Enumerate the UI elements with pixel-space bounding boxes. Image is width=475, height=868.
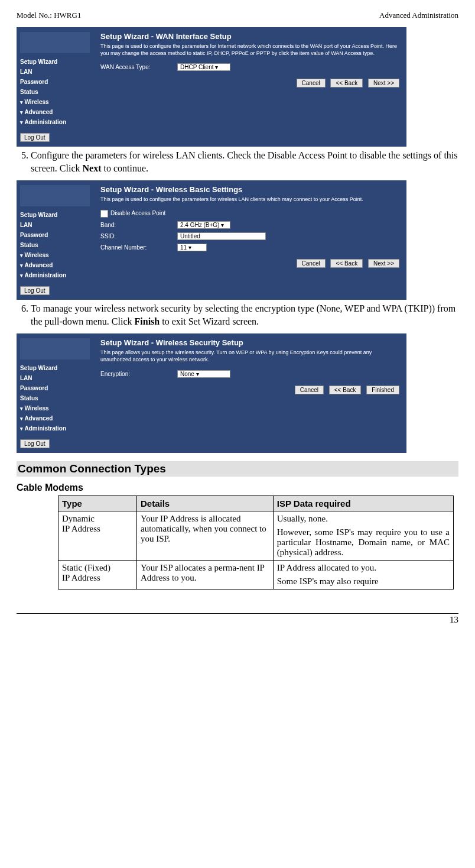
band-select[interactable]: 2.4 GHz (B+G) ▾ (177, 221, 230, 229)
wizard-panel: Setup Wizard - Wireless Basic Settings T… (93, 180, 406, 300)
cell-isp-line2: However, some ISP's may require you to u… (277, 527, 450, 558)
table-row: Static (Fixed) IP Address Your ISP alloc… (58, 561, 454, 590)
sidebar-item-setup-wizard[interactable]: Setup Wizard (20, 363, 90, 373)
disable-ap-row: Disable Access Point (100, 208, 399, 219)
table-row: Dynamic IP Address Your IP Address is al… (58, 511, 454, 561)
cancel-button[interactable]: Cancel (297, 259, 326, 268)
cell-type: Static (Fixed) IP Address (58, 561, 137, 590)
wan-access-type-row: WAN Access Type: DHCP Client ▾ (100, 61, 399, 73)
wizard-description: This page is used to configure the param… (100, 196, 399, 208)
logo-placeholder (20, 185, 90, 206)
sidebar-item-password[interactable]: Password (20, 383, 90, 393)
sidebar-item-administration[interactable]: Administration (20, 423, 90, 433)
th-isp-data: ISP Data required (273, 496, 453, 511)
disable-ap-checkbox[interactable] (100, 210, 108, 218)
sidebar-item-status[interactable]: Status (20, 240, 90, 250)
screenshot-wireless-basic: Setup Wizard LAN Password Status Wireles… (17, 180, 406, 300)
wizard-buttons: Cancel << Back Next >> (100, 73, 399, 88)
wizard-panel: Setup Wizard - Wireless Security Setup T… (93, 333, 406, 453)
channel-label: Channel Number: (100, 244, 177, 251)
ssid-label: SSID: (100, 233, 177, 239)
sidebar-item-password[interactable]: Password (20, 230, 90, 240)
cell-details: Your ISP allocates a perma-nent IP Addre… (137, 561, 274, 590)
sidebar-item-advanced[interactable]: Advanced (20, 107, 90, 117)
section-heading-common-connection-types: Common Connection Types (17, 461, 458, 477)
step-6-tail: to exit Set Wizard screen. (160, 316, 259, 326)
channel-row: Channel Number: 11 ▾ (100, 242, 399, 253)
band-row: Band: 2.4 GHz (B+G) ▾ (100, 219, 399, 231)
encryption-row: Encryption: None ▾ (100, 368, 399, 380)
sidebar-item-lan[interactable]: LAN (20, 67, 90, 77)
logo-placeholder (20, 338, 90, 359)
step-6-bold: Finish (135, 316, 160, 326)
wan-access-type-select[interactable]: DHCP Client ▾ (177, 63, 230, 71)
cell-isp-line1: IP Address allocated to you. (277, 563, 450, 573)
back-button[interactable]: << Back (330, 79, 363, 88)
channel-select[interactable]: 11 ▾ (177, 244, 207, 251)
sidebar-item-wireless[interactable]: Wireless (20, 97, 90, 107)
sidebar-item-setup-wizard[interactable]: Setup Wizard (20, 57, 90, 67)
sidebar-item-lan[interactable]: LAN (20, 373, 90, 383)
section-name: Advanced Administration (379, 11, 458, 20)
step-5-tail: to continue. (102, 163, 149, 173)
ssid-input[interactable]: Untitled (177, 232, 266, 240)
cell-isp-line1: Usually, none. (277, 514, 450, 524)
page-footer: 13 (17, 613, 458, 625)
step-list-6: To manage your wireless network security… (17, 302, 458, 329)
step-list-5: Configure the parameters for wireless LA… (17, 149, 458, 176)
sidebar-item-password[interactable]: Password (20, 77, 90, 87)
sidebar-item-administration[interactable]: Administration (20, 117, 90, 127)
sidebar-item-advanced[interactable]: Advanced (20, 413, 90, 423)
subheading-cable-modems: Cable Modems (17, 482, 458, 493)
logout-button[interactable]: Log Out (20, 286, 50, 295)
encryption-select[interactable]: None ▾ (177, 370, 230, 378)
page-header: Model No.: HWRG1 Advanced Administration (17, 11, 458, 20)
wizard-title: Setup Wizard - Wireless Basic Settings (100, 185, 399, 196)
sidebar-item-administration[interactable]: Administration (20, 270, 90, 280)
wizard-description: This page allows you setup the wireless … (100, 349, 399, 368)
cell-type: Dynamic IP Address (58, 511, 137, 561)
wizard-panel: Setup Wizard - WAN Interface Setup This … (93, 27, 406, 147)
cell-details: Your IP Address is allocated automatical… (137, 511, 274, 561)
cell-isp: IP Address allocated to you. Some ISP's … (273, 561, 453, 590)
sidebar-item-status[interactable]: Status (20, 87, 90, 97)
back-button[interactable]: << Back (329, 386, 362, 394)
back-button[interactable]: << Back (330, 259, 363, 268)
model-no: Model No.: HWRG1 (17, 11, 81, 20)
sidebar-item-wireless[interactable]: Wireless (20, 250, 90, 260)
logout-button[interactable]: Log Out (20, 133, 50, 142)
next-button[interactable]: Next >> (368, 79, 399, 88)
disable-ap-label: Disable Access Point (110, 210, 165, 216)
sidebar-item-lan[interactable]: LAN (20, 220, 90, 230)
band-label: Band: (100, 222, 177, 228)
page-number: 13 (450, 615, 458, 624)
sidebar: Setup Wizard LAN Password Status Wireles… (17, 333, 93, 453)
wizard-title: Setup Wizard - Wireless Security Setup (100, 338, 399, 349)
step-5-bold: Next (83, 163, 102, 173)
wizard-buttons: Cancel << Back Next >> (100, 253, 399, 268)
sidebar-item-status[interactable]: Status (20, 393, 90, 403)
wizard-buttons: Cancel << Back Finished (100, 380, 399, 394)
step-6-text: To manage your wireless network security… (31, 302, 458, 329)
connection-types-table: Type Details ISP Data required Dynamic I… (58, 495, 454, 590)
cell-isp: Usually, none. However, some ISP's may r… (273, 511, 453, 561)
step-5-text: Configure the parameters for wireless LA… (31, 149, 458, 176)
cancel-button[interactable]: Cancel (295, 386, 324, 394)
finished-button[interactable]: Finished (366, 386, 399, 394)
screenshot-wan-setup: Setup Wizard LAN Password Status Wireles… (17, 27, 406, 147)
wizard-description: This page is used to configure the param… (100, 43, 399, 61)
th-type: Type (58, 496, 137, 511)
sidebar: Setup Wizard LAN Password Status Wireles… (17, 180, 93, 300)
sidebar-item-wireless[interactable]: Wireless (20, 403, 90, 413)
table-header-row: Type Details ISP Data required (58, 496, 454, 511)
logout-button[interactable]: Log Out (20, 439, 50, 448)
sidebar-item-setup-wizard[interactable]: Setup Wizard (20, 210, 90, 220)
sidebar: Setup Wizard LAN Password Status Wireles… (17, 27, 93, 147)
th-details: Details (137, 496, 274, 511)
wizard-title: Setup Wizard - WAN Interface Setup (100, 32, 399, 43)
ssid-row: SSID: Untitled (100, 231, 399, 242)
next-button[interactable]: Next >> (368, 259, 399, 268)
cell-isp-line2: Some ISP's may also require (277, 576, 450, 587)
sidebar-item-advanced[interactable]: Advanced (20, 260, 90, 270)
cancel-button[interactable]: Cancel (297, 79, 326, 88)
